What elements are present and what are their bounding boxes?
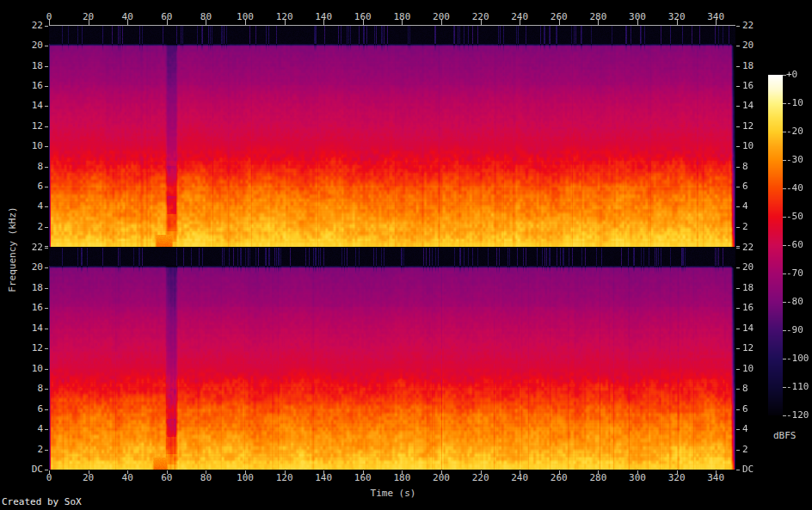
x-axis-title: Time (s) (371, 488, 416, 499)
freq-tick-label-left: 4 (19, 201, 43, 212)
freq-tick-label-right: 20 (742, 40, 772, 51)
freq-tick-right (736, 146, 740, 147)
freq-tick-label-right: 16 (742, 81, 772, 91)
time-tick-label-bottom: 80 (190, 473, 221, 483)
freq-tick-label-right: 4 (742, 424, 772, 434)
freq-tick-right (736, 86, 740, 87)
colorbar-tick-label: -100 (786, 353, 809, 364)
time-tick-label-bottom: 340 (700, 473, 731, 483)
time-tick-label-top: 260 (544, 12, 575, 22)
credit-text: Created by SoX (2, 496, 82, 507)
freq-tick-label-right: 16 (742, 303, 772, 313)
time-tick-label-bottom: 140 (308, 473, 339, 483)
colorbar-tick-label: -10 (786, 98, 803, 108)
freq-tick-left (45, 267, 48, 268)
time-tick-label-top: 300 (622, 12, 653, 22)
freq-tick-label-left: 8 (19, 384, 43, 394)
freq-tick-right (736, 409, 740, 410)
time-tick-label-top: 240 (504, 12, 535, 22)
freq-tick-label-left: 22 (19, 21, 43, 31)
freq-tick-left (45, 470, 48, 470)
freq-tick-label-left: 20 (19, 262, 43, 273)
time-tick-label-top: 140 (308, 12, 339, 22)
colorbar-tick-label: -110 (786, 382, 809, 392)
freq-tick-right (736, 450, 740, 451)
freq-tick-label-right: 2 (742, 445, 772, 455)
freq-tick-left (45, 126, 48, 127)
colorbar-tick-label: -80 (786, 297, 803, 307)
time-tick-label-top: 200 (426, 12, 457, 22)
time-tick-label-bottom: 300 (622, 473, 653, 483)
time-tick-label-bottom: 260 (544, 473, 575, 483)
freq-tick-left (45, 46, 48, 46)
time-tick-label-bottom: 220 (465, 473, 496, 483)
freq-tick-right (736, 470, 740, 470)
freq-tick-label-left: 16 (19, 81, 43, 91)
freq-tick-left (45, 369, 48, 370)
freq-tick-label-left: 14 (19, 323, 43, 334)
freq-tick-label-right: 18 (742, 61, 772, 71)
freq-tick-label-right: 14 (742, 101, 772, 111)
freq-tick-right (736, 167, 740, 168)
freq-tick-left (45, 409, 48, 410)
freq-tick-right (736, 246, 740, 247)
freq-tick-label-left: 12 (19, 121, 43, 132)
freq-tick-right (736, 348, 740, 349)
time-tick-label-top: 80 (190, 12, 221, 22)
time-tick-label-bottom: 240 (504, 473, 535, 483)
freq-tick-left (45, 86, 48, 87)
colorbar-tick-label: +0 (786, 70, 797, 80)
freq-tick-right (736, 206, 740, 207)
freq-tick-left (45, 429, 48, 430)
time-tick-label-top: 280 (582, 12, 613, 22)
time-tick-label-bottom: 120 (269, 473, 300, 483)
time-tick-label-top: 320 (661, 12, 692, 22)
freq-tick-label-left: 4 (19, 424, 43, 434)
freq-tick-label-right: 10 (742, 141, 772, 151)
freq-tick-left (45, 227, 48, 228)
freq-tick-label-right: 8 (742, 384, 772, 394)
freq-tick-label-right: 10 (742, 364, 772, 374)
freq-tick-label-left: 6 (19, 404, 43, 415)
freq-tick-left (45, 106, 48, 107)
freq-tick-right (736, 389, 740, 390)
freq-tick-left (45, 329, 48, 329)
freq-tick-label-right: DC (742, 464, 772, 475)
time-tick-label-bottom: 40 (112, 473, 143, 483)
freq-tick-right (736, 46, 740, 46)
freq-tick-label-right: 8 (742, 162, 772, 172)
colorbar-tick-label: -20 (786, 126, 803, 137)
time-tick-label-top: 340 (700, 12, 731, 22)
freq-tick-label-left: 14 (19, 101, 43, 111)
colorbar-unit-label: dBFS (773, 430, 797, 441)
freq-tick-right (736, 227, 740, 228)
freq-tick-label-left: 2 (19, 445, 43, 455)
time-tick-label-top: 160 (348, 12, 378, 22)
freq-tick-right (736, 308, 740, 309)
time-tick-label-bottom: 60 (151, 473, 182, 483)
freq-tick-label-left: 18 (19, 61, 43, 71)
freq-tick-right (736, 187, 740, 187)
colorbar-tick-label: -120 (786, 410, 809, 421)
freq-tick-left (45, 146, 48, 147)
time-tick-label-bottom: 20 (73, 473, 104, 483)
freq-tick-left (45, 206, 48, 207)
freq-tick-label-right: 18 (742, 283, 772, 293)
time-tick-label-top: 60 (151, 12, 182, 22)
colorbar-tick-label: -40 (786, 183, 803, 194)
freq-tick-label-left: 16 (19, 303, 43, 313)
freq-tick-label-right: 14 (742, 323, 772, 334)
freq-tick-right (736, 267, 740, 268)
colorbar-tick-label: -90 (786, 325, 803, 335)
freq-tick-label-left: 12 (19, 343, 43, 353)
freq-tick-label-left: 10 (19, 364, 43, 374)
colorbar-tick-label: -50 (786, 212, 803, 222)
freq-tick-label-left: 18 (19, 283, 43, 293)
freq-tick-label-right: 2 (742, 222, 772, 232)
freq-tick-left (45, 248, 48, 249)
freq-tick-label-left: DC (19, 464, 43, 475)
freq-tick-left (45, 66, 48, 67)
freq-tick-label-right: 12 (742, 121, 772, 132)
freq-tick-left (45, 246, 48, 247)
freq-tick-left (45, 348, 48, 349)
